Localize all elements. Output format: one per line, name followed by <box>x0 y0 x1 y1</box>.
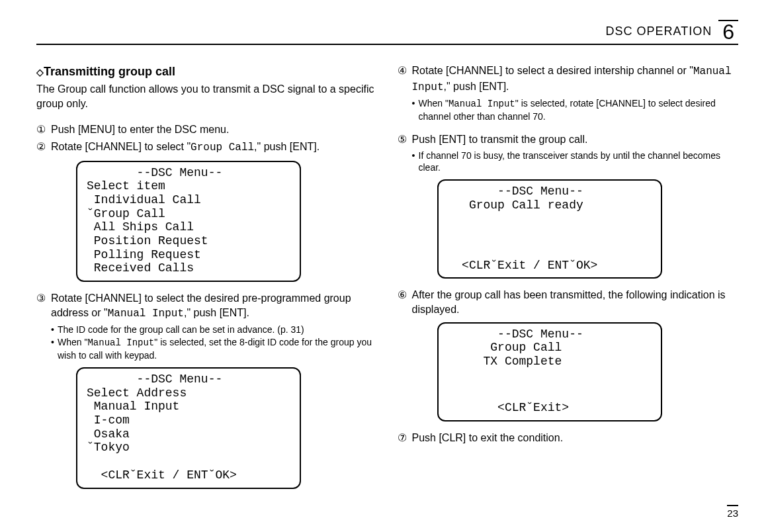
step-5: ⑤ Push [ENT] to transmit the group call. <box>398 132 739 147</box>
right-column: ④ Rotate [CHANNEL] to select a desired i… <box>398 64 739 498</box>
page-header: DSC OPERATION 6 <box>36 20 738 45</box>
step-4-text: Rotate [CHANNEL] to select a desired int… <box>412 64 739 95</box>
lcd-screen-4: --DSC Menu-- Group Call TX Complete <CLR… <box>437 322 662 421</box>
bullet-icon: • <box>412 150 419 175</box>
step-4-sub-1: • When "Manual Input" is selected, rotat… <box>412 97 739 123</box>
lcd-screen-3: --DSC Menu-- Group Call ready <CLR˘Exit … <box>437 179 662 279</box>
lcd-4-top: --DSC Menu-- Group Call TX Complete <box>448 328 652 369</box>
code-manual-input-2: Manual Input <box>87 337 154 348</box>
section-title-text: Transmitting group call <box>44 65 175 78</box>
chapter-number: 6 <box>718 20 738 42</box>
lcd-spacer <box>448 212 652 259</box>
diamond-marker: ◇ <box>36 67 44 77</box>
section-title: ◇Transmitting group call <box>36 64 378 79</box>
step-num-2: ② <box>36 140 51 155</box>
spacer <box>398 123 739 132</box>
lcd-screen-1: --DSC Menu-- Select item Individual Call… <box>76 161 301 283</box>
step-1: ① Push [MENU] to enter the DSC menu. <box>36 122 378 137</box>
page-number: 23 <box>727 505 738 519</box>
step-6: ⑥ After the group call has been transmit… <box>398 288 739 316</box>
step-num-1: ① <box>36 122 51 137</box>
code-manual-input-1: Manual Input <box>108 308 184 320</box>
step-3-text: Rotate [CHANNEL] to select the desired p… <box>51 291 378 321</box>
bullet-icon: • <box>412 97 419 123</box>
step-num-3: ③ <box>36 291 51 321</box>
step-num-5: ⑤ <box>398 132 412 147</box>
step-3-sub-1: • The ID code for the group call can be … <box>51 324 378 336</box>
step-7: ⑦ Push [CLR] to exit the condition. <box>398 431 739 445</box>
lcd-3-bottom: <CLR˘Exit / ENT˘OK> <box>448 259 652 273</box>
document-page: DSC OPERATION 6 ◇Transmitting group call… <box>0 0 768 532</box>
step-5-substeps: • If channel 70 is busy, the transceiver… <box>398 150 739 175</box>
code-group-call: Group Call <box>191 142 254 154</box>
lcd-4-bottom: <CLR˘Exit> <box>448 401 652 415</box>
step-1-text: Push [MENU] to enter the DSC menu. <box>51 122 378 137</box>
step-5-sub-1: • If channel 70 is busy, the transceiver… <box>412 150 739 175</box>
lcd-screen-2: --DSC Menu-- Select Address Manual Input… <box>76 367 301 489</box>
step-3-sub-2: • When "Manual Input" is selected, set t… <box>51 336 378 362</box>
left-column: ◇Transmitting group call The Group call … <box>36 64 378 498</box>
header-title: DSC OPERATION <box>606 24 712 38</box>
step-6-text: After the group call has been transmitte… <box>412 288 739 316</box>
step-4: ④ Rotate [CHANNEL] to select a desired i… <box>398 64 739 95</box>
step-7-text: Push [CLR] to exit the condition. <box>412 431 739 445</box>
step-5-text: Push [ENT] to transmit the group call. <box>412 132 739 147</box>
code-manual-input-4: Manual Input <box>448 99 515 109</box>
step-num-6: ⑥ <box>398 288 412 316</box>
lcd-3-top: --DSC Menu-- Group Call ready <box>448 185 652 212</box>
lcd-spacer <box>448 369 652 401</box>
content-columns: ◇Transmitting group call The Group call … <box>36 64 738 498</box>
bullet-icon: • <box>51 324 58 336</box>
bullet-icon: • <box>51 336 58 362</box>
intro-text: The Group call function allows you to tr… <box>36 82 378 111</box>
step-3: ③ Rotate [CHANNEL] to select the desired… <box>36 291 378 321</box>
step-num-4: ④ <box>398 64 412 95</box>
step-3-substeps: • The ID code for the group call can be … <box>36 324 378 362</box>
step-4-substeps: • When "Manual Input" is selected, rotat… <box>398 97 739 123</box>
step-2: ② Rotate [CHANNEL] to select "Group Call… <box>36 140 378 155</box>
step-num-7: ⑦ <box>398 431 412 445</box>
step-2-text: Rotate [CHANNEL] to select "Group Call,"… <box>51 140 378 155</box>
